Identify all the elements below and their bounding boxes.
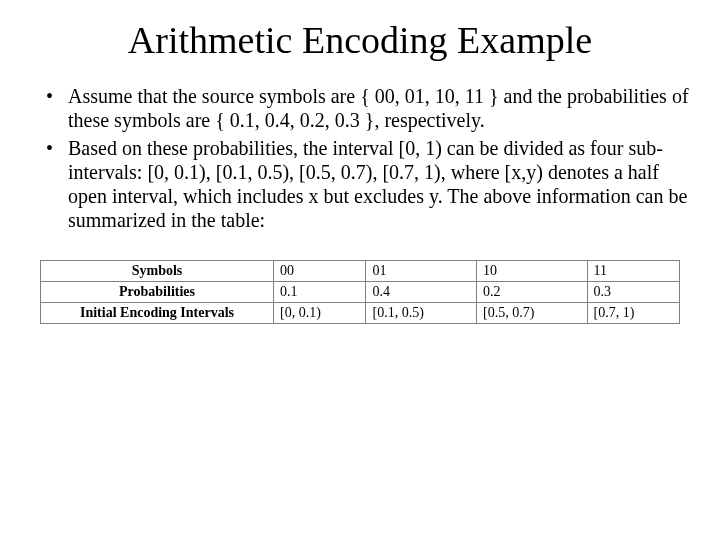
row-header-intervals: Initial Encoding Intervals [41, 303, 274, 324]
table-row: Symbols 00 01 10 11 [41, 261, 680, 282]
cell-prob: 0.3 [587, 282, 680, 303]
cell-interval: [0, 0.1) [274, 303, 366, 324]
bullet-item: Assume that the source symbols are { 00,… [40, 84, 690, 132]
page-title: Arithmetic Encoding Example [30, 18, 690, 62]
row-header-symbols: Symbols [41, 261, 274, 282]
cell-symbol: 01 [366, 261, 477, 282]
table-row: Probabilities 0.1 0.4 0.2 0.3 [41, 282, 680, 303]
row-header-probabilities: Probabilities [41, 282, 274, 303]
cell-interval: [0.5, 0.7) [476, 303, 587, 324]
bullet-item: Based on these probabilities, the interv… [40, 136, 690, 232]
slide: Arithmetic Encoding Example Assume that … [0, 0, 720, 540]
cell-interval: [0.7, 1) [587, 303, 680, 324]
cell-prob: 0.4 [366, 282, 477, 303]
cell-symbol: 00 [274, 261, 366, 282]
table-container: Symbols 00 01 10 11 Probabilities 0.1 0.… [40, 260, 680, 324]
table-row: Initial Encoding Intervals [0, 0.1) [0.1… [41, 303, 680, 324]
bullet-list: Assume that the source symbols are { 00,… [30, 84, 690, 232]
cell-prob: 0.2 [476, 282, 587, 303]
encoding-table: Symbols 00 01 10 11 Probabilities 0.1 0.… [40, 260, 680, 324]
cell-prob: 0.1 [274, 282, 366, 303]
cell-symbol: 11 [587, 261, 680, 282]
cell-symbol: 10 [476, 261, 587, 282]
cell-interval: [0.1, 0.5) [366, 303, 477, 324]
